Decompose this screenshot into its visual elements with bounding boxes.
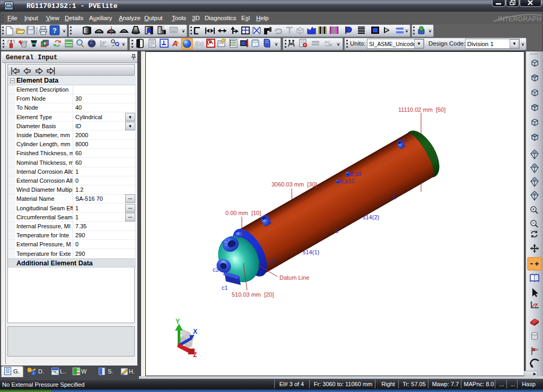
svg-text:s1: s1 (265, 214, 271, 220)
svg-text:INTERGRAPH: INTERGRAPH (498, 15, 541, 23)
svg-text:s4: s4 (400, 137, 407, 144)
svg-text:i: i (33, 371, 34, 376)
svg-text:0.00 mm [10]: 0.00 mm [10] (225, 210, 261, 216)
svg-text:s8,s9: s8,s9 (347, 171, 361, 177)
svg-text:510.03 mm [20]: 510.03 mm [20] (232, 291, 274, 298)
svg-text:c2: c2 (222, 239, 229, 245)
svg-text:X: X (193, 328, 197, 335)
svg-text:3060.03 mm [30]: 3060.03 mm [30] (272, 181, 317, 188)
svg-text:c1: c1 (222, 284, 228, 291)
svg-text:Y: Y (176, 318, 180, 325)
svg-text:11110.02 mm [50]: 11110.02 mm [50] (398, 106, 445, 113)
svg-text:1: 1 (393, 194, 396, 200)
svg-text:s14(2): s14(2) (363, 214, 379, 220)
svg-text:5: 5 (335, 228, 338, 234)
svg-text:2: 2 (259, 270, 262, 277)
svg-text:s7: s7 (270, 258, 276, 264)
svg-text:?: ? (52, 26, 57, 34)
svg-text:Z: Z (193, 351, 197, 359)
svg-text:c3: c3 (213, 266, 219, 273)
svg-text:Datum Line: Datum Line (279, 274, 309, 281)
svg-text:s14(1): s14(1) (303, 249, 319, 255)
svg-text:f(x): f(x) (195, 40, 204, 47)
svg-text:s6,s10: s6,s10 (337, 178, 354, 184)
